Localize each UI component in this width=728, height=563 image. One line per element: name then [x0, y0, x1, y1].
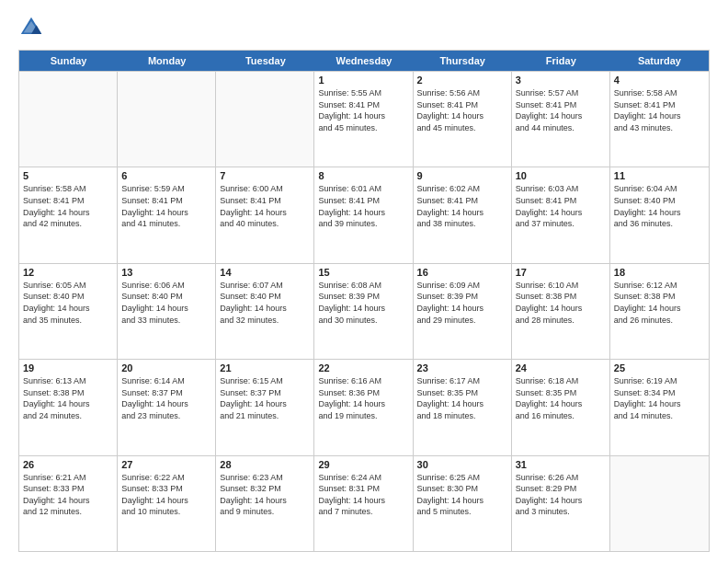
day-number: 5 — [23, 170, 113, 181]
day-info: Sunrise: 6:26 AM Sunset: 8:29 PM Dayligh… — [516, 472, 606, 518]
day-number: 25 — [614, 362, 705, 373]
day-number: 2 — [417, 75, 507, 86]
day-info: Sunrise: 6:21 AM Sunset: 8:33 PM Dayligh… — [23, 472, 113, 518]
week-row-2: 5Sunrise: 5:58 AM Sunset: 8:41 PM Daylig… — [19, 167, 709, 262]
day-info: Sunrise: 6:16 AM Sunset: 8:36 PM Dayligh… — [318, 375, 408, 421]
day-number: 8 — [318, 170, 408, 181]
day-cell-empty — [19, 72, 118, 167]
day-info: Sunrise: 6:22 AM Sunset: 8:33 PM Dayligh… — [121, 472, 211, 518]
day-cell-26: 26Sunrise: 6:21 AM Sunset: 8:33 PM Dayli… — [19, 456, 118, 551]
day-info: Sunrise: 6:09 AM Sunset: 8:39 PM Dayligh… — [417, 280, 507, 326]
day-info: Sunrise: 6:10 AM Sunset: 8:38 PM Dayligh… — [516, 280, 606, 326]
day-cell-10: 10Sunrise: 6:03 AM Sunset: 8:41 PM Dayli… — [512, 167, 610, 262]
day-cell-24: 24Sunrise: 6:18 AM Sunset: 8:35 PM Dayli… — [512, 360, 610, 454]
header-day-thursday: Thursday — [414, 51, 512, 71]
header-day-wednesday: Wednesday — [314, 51, 413, 71]
logo-icon — [18, 15, 44, 40]
day-info: Sunrise: 6:03 AM Sunset: 8:41 PM Dayligh… — [516, 183, 606, 229]
header — [18, 15, 710, 40]
day-cell-21: 21Sunrise: 6:15 AM Sunset: 8:37 PM Dayli… — [216, 360, 314, 454]
day-cell-19: 19Sunrise: 6:13 AM Sunset: 8:38 PM Dayli… — [19, 360, 118, 454]
day-info: Sunrise: 5:58 AM Sunset: 8:41 PM Dayligh… — [23, 183, 113, 229]
day-info: Sunrise: 5:56 AM Sunset: 8:41 PM Dayligh… — [417, 87, 507, 133]
day-cell-empty — [610, 456, 709, 551]
day-info: Sunrise: 5:58 AM Sunset: 8:41 PM Dayligh… — [614, 87, 705, 133]
day-cell-empty — [118, 72, 216, 167]
day-info: Sunrise: 6:15 AM Sunset: 8:37 PM Dayligh… — [220, 375, 310, 421]
day-info: Sunrise: 6:25 AM Sunset: 8:30 PM Dayligh… — [417, 472, 507, 518]
day-cell-28: 28Sunrise: 6:23 AM Sunset: 8:32 PM Dayli… — [216, 456, 314, 551]
day-number: 19 — [23, 362, 113, 373]
day-cell-7: 7Sunrise: 6:00 AM Sunset: 8:41 PM Daylig… — [216, 167, 314, 262]
day-info: Sunrise: 6:18 AM Sunset: 8:35 PM Dayligh… — [516, 375, 606, 421]
day-info: Sunrise: 6:07 AM Sunset: 8:40 PM Dayligh… — [220, 280, 310, 326]
day-number: 7 — [220, 170, 310, 181]
day-info: Sunrise: 6:08 AM Sunset: 8:39 PM Dayligh… — [318, 280, 408, 326]
calendar-body: 1Sunrise: 5:55 AM Sunset: 8:41 PM Daylig… — [19, 71, 709, 551]
day-info: Sunrise: 6:01 AM Sunset: 8:41 PM Dayligh… — [318, 183, 408, 229]
day-info: Sunrise: 6:04 AM Sunset: 8:40 PM Dayligh… — [614, 183, 705, 229]
day-number: 14 — [220, 267, 310, 278]
day-cell-29: 29Sunrise: 6:24 AM Sunset: 8:31 PM Dayli… — [314, 456, 413, 551]
day-cell-13: 13Sunrise: 6:06 AM Sunset: 8:40 PM Dayli… — [118, 264, 216, 359]
header-day-tuesday: Tuesday — [216, 51, 314, 71]
day-cell-17: 17Sunrise: 6:10 AM Sunset: 8:38 PM Dayli… — [512, 264, 610, 359]
page: SundayMondayTuesdayWednesdayThursdayFrid… — [0, 0, 728, 563]
day-info: Sunrise: 6:12 AM Sunset: 8:38 PM Dayligh… — [614, 280, 705, 326]
day-number: 15 — [318, 267, 408, 278]
day-number: 22 — [318, 362, 408, 373]
day-cell-4: 4Sunrise: 5:58 AM Sunset: 8:41 PM Daylig… — [610, 72, 709, 167]
calendar: SundayMondayTuesdayWednesdayThursdayFrid… — [18, 50, 710, 552]
day-number: 29 — [318, 459, 408, 470]
day-cell-1: 1Sunrise: 5:55 AM Sunset: 8:41 PM Daylig… — [314, 72, 413, 167]
day-number: 13 — [121, 267, 211, 278]
day-info: Sunrise: 6:17 AM Sunset: 8:35 PM Dayligh… — [417, 375, 507, 421]
day-cell-8: 8Sunrise: 6:01 AM Sunset: 8:41 PM Daylig… — [314, 167, 413, 262]
day-cell-30: 30Sunrise: 6:25 AM Sunset: 8:30 PM Dayli… — [414, 456, 512, 551]
day-cell-5: 5Sunrise: 5:58 AM Sunset: 8:41 PM Daylig… — [19, 167, 118, 262]
week-row-4: 19Sunrise: 6:13 AM Sunset: 8:38 PM Dayli… — [19, 359, 709, 454]
day-cell-23: 23Sunrise: 6:17 AM Sunset: 8:35 PM Dayli… — [414, 360, 512, 454]
day-number: 31 — [516, 459, 606, 470]
day-number: 4 — [614, 75, 705, 86]
day-number: 6 — [121, 170, 211, 181]
day-info: Sunrise: 6:19 AM Sunset: 8:34 PM Dayligh… — [614, 375, 705, 421]
day-number: 27 — [121, 459, 211, 470]
day-number: 17 — [516, 267, 606, 278]
day-cell-25: 25Sunrise: 6:19 AM Sunset: 8:34 PM Dayli… — [610, 360, 709, 454]
day-number: 20 — [121, 362, 211, 373]
week-row-1: 1Sunrise: 5:55 AM Sunset: 8:41 PM Daylig… — [19, 71, 709, 167]
day-number: 24 — [516, 362, 606, 373]
day-cell-27: 27Sunrise: 6:22 AM Sunset: 8:33 PM Dayli… — [118, 456, 216, 551]
day-cell-empty — [216, 72, 314, 167]
header-day-monday: Monday — [118, 51, 216, 71]
day-cell-6: 6Sunrise: 5:59 AM Sunset: 8:41 PM Daylig… — [118, 167, 216, 262]
day-cell-9: 9Sunrise: 6:02 AM Sunset: 8:41 PM Daylig… — [414, 167, 512, 262]
day-number: 23 — [417, 362, 507, 373]
header-day-friday: Friday — [512, 51, 610, 71]
day-cell-16: 16Sunrise: 6:09 AM Sunset: 8:39 PM Dayli… — [414, 264, 512, 359]
header-day-saturday: Saturday — [610, 51, 709, 71]
day-number: 18 — [614, 267, 705, 278]
week-row-3: 12Sunrise: 6:05 AM Sunset: 8:40 PM Dayli… — [19, 263, 709, 359]
logo — [18, 15, 48, 40]
day-info: Sunrise: 6:13 AM Sunset: 8:38 PM Dayligh… — [23, 375, 113, 421]
day-cell-20: 20Sunrise: 6:14 AM Sunset: 8:37 PM Dayli… — [118, 360, 216, 454]
day-cell-15: 15Sunrise: 6:08 AM Sunset: 8:39 PM Dayli… — [314, 264, 413, 359]
day-info: Sunrise: 6:23 AM Sunset: 8:32 PM Dayligh… — [220, 472, 310, 518]
header-day-sunday: Sunday — [19, 51, 118, 71]
day-cell-31: 31Sunrise: 6:26 AM Sunset: 8:29 PM Dayli… — [512, 456, 610, 551]
day-info: Sunrise: 5:55 AM Sunset: 8:41 PM Dayligh… — [318, 87, 408, 133]
day-number: 28 — [220, 459, 310, 470]
day-number: 1 — [318, 75, 408, 86]
calendar-header: SundayMondayTuesdayWednesdayThursdayFrid… — [19, 51, 709, 71]
day-cell-14: 14Sunrise: 6:07 AM Sunset: 8:40 PM Dayli… — [216, 264, 314, 359]
day-cell-11: 11Sunrise: 6:04 AM Sunset: 8:40 PM Dayli… — [610, 167, 709, 262]
day-number: 30 — [417, 459, 507, 470]
day-info: Sunrise: 6:02 AM Sunset: 8:41 PM Dayligh… — [417, 183, 507, 229]
day-info: Sunrise: 6:00 AM Sunset: 8:41 PM Dayligh… — [220, 183, 310, 229]
day-number: 3 — [516, 75, 606, 86]
day-info: Sunrise: 6:05 AM Sunset: 8:40 PM Dayligh… — [23, 280, 113, 326]
day-info: Sunrise: 6:06 AM Sunset: 8:40 PM Dayligh… — [121, 280, 211, 326]
day-number: 21 — [220, 362, 310, 373]
